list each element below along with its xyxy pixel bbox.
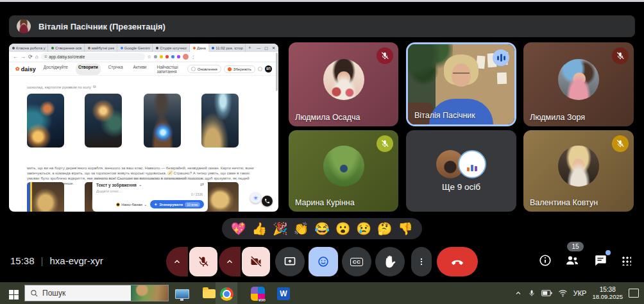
- page-scrollbar[interactable]: [276, 53, 278, 91]
- activities-button[interactable]: [617, 251, 635, 269]
- forward-icon[interactable]: →: [21, 54, 26, 60]
- generated-image-3[interactable]: [144, 94, 181, 148]
- participant-tile[interactable]: Валентина Ковтун: [523, 130, 634, 212]
- generate-button[interactable]: ✦ Згенерувати 10 влас: [150, 200, 204, 208]
- taskbar-search[interactable]: Пошук: [24, 285, 169, 301]
- more-vertical-icon: [417, 256, 426, 267]
- updates-icon: [191, 67, 196, 71]
- language-indicator[interactable]: УКР: [573, 289, 587, 297]
- reaction-surprised[interactable]: 😮: [335, 223, 351, 235]
- save-button[interactable]: Збережіть: [224, 65, 255, 73]
- browser-tab[interactable]: Класна робота у: [9, 44, 48, 52]
- taskbar-app-m365[interactable]: M365: [250, 286, 266, 301]
- chevron-down-icon: ⌄: [144, 202, 147, 207]
- reaction-laugh[interactable]: 😂: [314, 223, 330, 235]
- mode-dropdown[interactable]: Текст у зображення: [96, 183, 137, 187]
- mic-toggle-button[interactable]: [189, 247, 217, 276]
- participant-tile[interactable]: Людмила Осадча: [289, 42, 398, 126]
- participant-tile[interactable]: Марина Курінна: [289, 130, 398, 212]
- avatar: [323, 59, 364, 100]
- taskbar-app-display[interactable]: [174, 286, 190, 301]
- nav-feed[interactable]: Стрічка: [106, 63, 126, 75]
- browser-tab[interactable]: майбутні рек: [85, 44, 117, 52]
- nav-faq[interactable]: Найчастіші запитання: [155, 63, 182, 75]
- action-center-icon[interactable]: [629, 289, 639, 298]
- home-icon[interactable]: ⌂: [35, 54, 38, 60]
- generated-image-1[interactable]: [27, 94, 64, 148]
- reaction-party[interactable]: 🎉: [273, 223, 288, 235]
- tray-clock[interactable]: 15:38 18.09.2025: [592, 286, 623, 300]
- reaction-thinking[interactable]: 🤔: [377, 223, 393, 235]
- browser-profile-avatar[interactable]: [183, 54, 189, 60]
- participant-tile[interactable]: Людмила Зоря: [523, 42, 634, 126]
- wifi-icon[interactable]: [558, 289, 568, 297]
- daisy-account-avatar[interactable]: ВП: [265, 65, 272, 72]
- browser-menu-icon[interactable]: ⋮: [191, 55, 196, 60]
- nav-explore[interactable]: Досліджуйте: [41, 63, 71, 75]
- chat-panel-button[interactable]: [591, 251, 609, 269]
- nav-assets[interactable]: Активи: [131, 63, 149, 75]
- browser-tab[interactable]: Студія штучног: [153, 44, 190, 52]
- generated-image-2[interactable]: [85, 94, 122, 148]
- camera-toggle-button[interactable]: [242, 247, 270, 276]
- shared-screen-tile[interactable]: Класна робота у Створення осв майбутні р…: [9, 44, 278, 212]
- generated-image-5[interactable]: [27, 182, 64, 212]
- minimize-button[interactable]: —: [257, 46, 260, 50]
- maximize-button[interactable]: ▢: [264, 46, 268, 50]
- reload-icon[interactable]: ⟳: [28, 54, 33, 60]
- more-options-button[interactable]: [411, 247, 432, 276]
- taskbar-app-chrome[interactable]: [219, 286, 234, 301]
- updates-button[interactable]: Оновлення: [187, 65, 221, 73]
- raise-hand-button[interactable]: ✋: [375, 247, 405, 276]
- taskbar-app-word[interactable]: W: [276, 286, 291, 301]
- end-call-button[interactable]: [437, 247, 478, 276]
- mic-options-chevron[interactable]: [166, 247, 188, 276]
- model-dropdown[interactable]: Нано-банан ⌄: [116, 202, 147, 207]
- address-bar[interactable]: ⚿ app.daisy.so/create: [41, 53, 145, 60]
- camera-options-chevron[interactable]: [219, 247, 241, 276]
- help-icon[interactable]: [258, 67, 262, 71]
- captions-button[interactable]: CC: [342, 247, 371, 276]
- site-call-widget[interactable]: [262, 196, 273, 207]
- site-chat-widget[interactable]: ✳: [250, 192, 261, 203]
- daisy-header-right: Оновлення Збережіть ВП: [187, 65, 272, 73]
- display-app-icon: [175, 289, 189, 299]
- extension-icon[interactable]: [165, 55, 169, 58]
- browser-tab-active[interactable]: Дана: [190, 44, 208, 52]
- present-button[interactable]: [275, 247, 305, 276]
- nav-create[interactable]: Створити: [76, 63, 101, 75]
- reaction-thumbs-up[interactable]: 👍: [252, 223, 267, 235]
- generated-image-4[interactable]: [201, 94, 239, 148]
- extension-icon[interactable]: [154, 55, 157, 58]
- reaction-cry[interactable]: 😢: [356, 223, 371, 235]
- browser-tab[interactable]: Google Gemini: [117, 44, 153, 52]
- prompt-input[interactable]: Додати опис...: [96, 189, 204, 193]
- reaction-clap[interactable]: 👏: [294, 223, 309, 235]
- participant-tile-speaking[interactable]: Віталія Пасічник: [406, 42, 516, 126]
- back-icon[interactable]: ←: [13, 54, 18, 60]
- search-highlight-image[interactable]: [131, 285, 168, 301]
- bookmark-star-icon[interactable]: ☆: [148, 55, 151, 60]
- swap-icon[interactable]: ⇄: [200, 182, 204, 187]
- extension-icon[interactable]: [177, 55, 180, 58]
- close-button[interactable]: ✕: [272, 46, 275, 50]
- copy-icon[interactable]: ⧉: [93, 85, 96, 89]
- extension-icon[interactable]: [171, 55, 174, 58]
- taskbar-app-explorer[interactable]: [201, 286, 217, 301]
- reactions-button[interactable]: [309, 247, 338, 276]
- tray-mic-icon[interactable]: [528, 289, 536, 298]
- chat-notification-dot: [606, 250, 611, 255]
- hidden-icons-chevron[interactable]: [514, 289, 522, 297]
- browser-tab[interactable]: 11:02 рок. істор: [208, 44, 246, 52]
- daisy-logo[interactable]: ✿ daisy: [15, 66, 36, 72]
- new-tab-button[interactable]: +: [246, 44, 253, 52]
- extension-icon[interactable]: [160, 55, 163, 58]
- start-button[interactable]: [9, 290, 19, 300]
- battery-icon[interactable]: [541, 289, 552, 297]
- browser-tab[interactable]: Створення осв: [48, 44, 85, 52]
- reaction-heart[interactable]: 💖: [231, 223, 246, 235]
- people-panel-button[interactable]: [563, 251, 581, 269]
- overflow-tile[interactable]: Ще 9 осіб: [406, 130, 516, 212]
- meeting-details-button[interactable]: [536, 251, 554, 269]
- reaction-thumbs-down[interactable]: 👎: [398, 223, 413, 235]
